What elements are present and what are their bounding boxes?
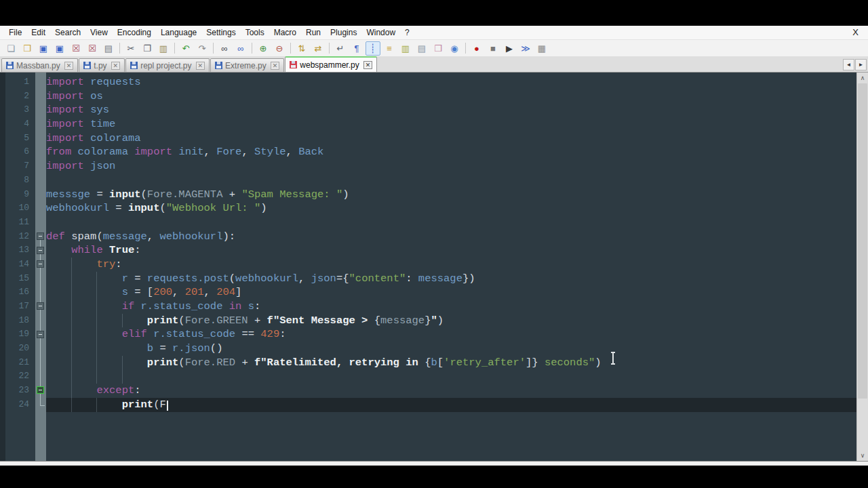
tab-repl-project-py[interactable]: repl project.py✕ bbox=[125, 58, 210, 72]
tab-t-py[interactable]: t.py✕ bbox=[79, 58, 125, 72]
replace-icon[interactable]: ∞ bbox=[233, 41, 248, 56]
paste-icon[interactable]: ▥ bbox=[156, 41, 171, 56]
code-line[interactable]: import colorama bbox=[46, 131, 856, 146]
fold-margin[interactable] bbox=[35, 73, 46, 461]
menu-item-help[interactable]: ? bbox=[400, 26, 414, 39]
menu-item-tools[interactable]: Tools bbox=[241, 26, 269, 39]
tab-close-icon[interactable]: ✕ bbox=[196, 62, 205, 70]
fold-marker[interactable] bbox=[35, 230, 46, 244]
menu-item-encoding[interactable]: Encoding bbox=[113, 26, 156, 39]
menu-item-macro[interactable]: Macro bbox=[269, 26, 301, 39]
close-all-icon[interactable]: ☒ bbox=[85, 41, 100, 56]
macro-stop-icon[interactable]: ■ bbox=[486, 41, 500, 56]
tab-scroll-left-icon[interactable]: ◄ bbox=[843, 59, 854, 70]
word-wrap-icon[interactable]: ↵ bbox=[333, 41, 348, 56]
fold-box-icon[interactable] bbox=[37, 247, 44, 254]
fold-marker[interactable] bbox=[35, 258, 46, 272]
copy-icon[interactable]: ❐ bbox=[140, 41, 155, 56]
fold-marker[interactable] bbox=[35, 327, 46, 342]
sync-horizontal-scroll-icon[interactable]: ⇄ bbox=[311, 41, 326, 56]
code-line[interactable]: import sys bbox=[46, 103, 856, 117]
monitoring-icon[interactable]: ◉ bbox=[447, 41, 462, 56]
macro-play-icon[interactable]: ▶ bbox=[502, 41, 517, 56]
fold-marker[interactable] bbox=[35, 300, 46, 314]
menu-item-plugins[interactable]: Plugins bbox=[326, 26, 361, 39]
fold-marker[interactable] bbox=[35, 243, 46, 258]
tab-massban-py[interactable]: Massban.py✕ bbox=[1, 58, 78, 72]
code-line[interactable] bbox=[46, 369, 856, 384]
menu-item-search[interactable]: Search bbox=[50, 26, 85, 39]
code-line[interactable]: except: bbox=[46, 384, 856, 398]
code-line[interactable] bbox=[46, 216, 856, 230]
redo-icon[interactable]: ↷ bbox=[195, 41, 210, 56]
new-file-icon[interactable]: ❏ bbox=[3, 41, 18, 56]
menu-item-window[interactable]: Window bbox=[361, 26, 400, 39]
tab-webspammer-py[interactable]: webspammer.py✕ bbox=[285, 56, 377, 72]
tab-extreme-py[interactable]: Extreme.py✕ bbox=[210, 58, 284, 72]
code-line[interactable]: r = requests.post(webhookurl, json={"con… bbox=[46, 272, 856, 286]
tab-scroll-right-icon[interactable]: ► bbox=[855, 59, 867, 70]
tab-close-icon[interactable]: ✕ bbox=[64, 62, 74, 70]
code-line[interactable]: b = r.json() bbox=[46, 342, 856, 356]
document-list-icon[interactable]: ▤ bbox=[414, 41, 429, 56]
code-line[interactable]: if r.status_code in s: bbox=[46, 300, 856, 314]
fold-marker-active[interactable] bbox=[35, 384, 46, 398]
close-file-icon[interactable]: ☒ bbox=[68, 41, 83, 56]
document-map-icon[interactable]: ▥ bbox=[398, 41, 413, 56]
scroll-up-icon[interactable]: ∧ bbox=[857, 73, 868, 83]
fold-box-icon[interactable] bbox=[37, 302, 44, 310]
close-window-button[interactable]: X bbox=[850, 26, 861, 38]
code-line[interactable]: print(Fore.GREEN + f"Sent Message > {mes… bbox=[46, 314, 856, 328]
menu-item-file[interactable]: File bbox=[4, 26, 26, 39]
tab-close-icon[interactable]: ✕ bbox=[363, 61, 373, 69]
menu-item-view[interactable]: View bbox=[85, 26, 113, 39]
print-icon[interactable]: ▤ bbox=[101, 41, 116, 56]
tab-close-icon[interactable]: ✕ bbox=[111, 62, 121, 70]
code-line[interactable]: print(Fore.RED + f"Ratelimited, retrying… bbox=[46, 356, 856, 370]
editor[interactable]: 123456789101112131415161718192021222324 … bbox=[0, 73, 868, 461]
code-line[interactable]: import requests bbox=[46, 75, 856, 89]
sync-vertical-scroll-icon[interactable]: ⇅ bbox=[294, 41, 309, 56]
function-list-icon[interactable]: ≡ bbox=[382, 41, 397, 56]
code-line[interactable] bbox=[46, 174, 856, 188]
code-line[interactable]: import json bbox=[46, 159, 856, 174]
fold-cell[interactable] bbox=[35, 398, 46, 412]
save-icon[interactable]: ▣ bbox=[36, 41, 51, 56]
save-all-icon[interactable]: ▣ bbox=[52, 41, 67, 56]
tab-close-icon[interactable]: ✕ bbox=[271, 62, 280, 70]
cut-icon[interactable]: ✂ bbox=[123, 41, 138, 56]
fold-box-icon[interactable] bbox=[37, 232, 44, 240]
code-line-current[interactable]: print(F bbox=[46, 398, 856, 412]
macro-run-multiple-icon[interactable]: ≫ bbox=[518, 41, 533, 56]
show-indent-guide-icon[interactable]: ┊ bbox=[366, 41, 380, 56]
undo-icon[interactable]: ↶ bbox=[178, 41, 193, 56]
fold-box-icon[interactable] bbox=[37, 260, 44, 268]
fold-box-icon[interactable] bbox=[37, 331, 44, 338]
find-icon[interactable]: ∞ bbox=[217, 41, 232, 56]
menu-item-edit[interactable]: Edit bbox=[26, 26, 50, 39]
menu-item-language[interactable]: Language bbox=[156, 26, 201, 39]
folder-as-workspace-icon[interactable]: ❒ bbox=[431, 41, 446, 56]
fold-box-icon[interactable] bbox=[37, 386, 44, 394]
code-area[interactable]: import requestsimport osimport sysimport… bbox=[46, 73, 856, 461]
code-line[interactable]: def spam(message, webhookurl): bbox=[46, 230, 856, 244]
code-line[interactable]: while True: bbox=[46, 243, 856, 258]
menu-item-settings[interactable]: Settings bbox=[201, 26, 240, 39]
show-all-characters-icon[interactable]: ¶ bbox=[349, 41, 364, 56]
menu-item-run[interactable]: Run bbox=[301, 26, 326, 39]
code-line[interactable]: webhookurl = input("Webhook Url: ") bbox=[46, 201, 856, 216]
scrollbar-track[interactable] bbox=[857, 83, 868, 450]
code-line[interactable]: import time bbox=[46, 117, 856, 131]
code-line[interactable]: s = [200, 201, 204] bbox=[46, 285, 856, 300]
macro-record-icon[interactable]: ● bbox=[469, 41, 484, 56]
scrollbar-thumb[interactable] bbox=[858, 83, 867, 399]
scroll-down-icon[interactable]: ∨ bbox=[857, 450, 868, 461]
code-line[interactable]: import os bbox=[46, 89, 856, 104]
code-line[interactable]: from colorama import init, Fore, Style, … bbox=[46, 145, 856, 159]
code-line[interactable]: try: bbox=[46, 258, 856, 272]
open-file-icon[interactable]: ❒ bbox=[20, 41, 35, 56]
code-line[interactable]: messsge = input(Fore.MAGENTA + "Spam Mes… bbox=[46, 188, 856, 202]
vertical-scrollbar[interactable]: ∧ ∨ bbox=[856, 73, 868, 461]
zoom-in-icon[interactable]: ⊕ bbox=[256, 41, 271, 56]
zoom-out-icon[interactable]: ⊖ bbox=[272, 41, 287, 56]
